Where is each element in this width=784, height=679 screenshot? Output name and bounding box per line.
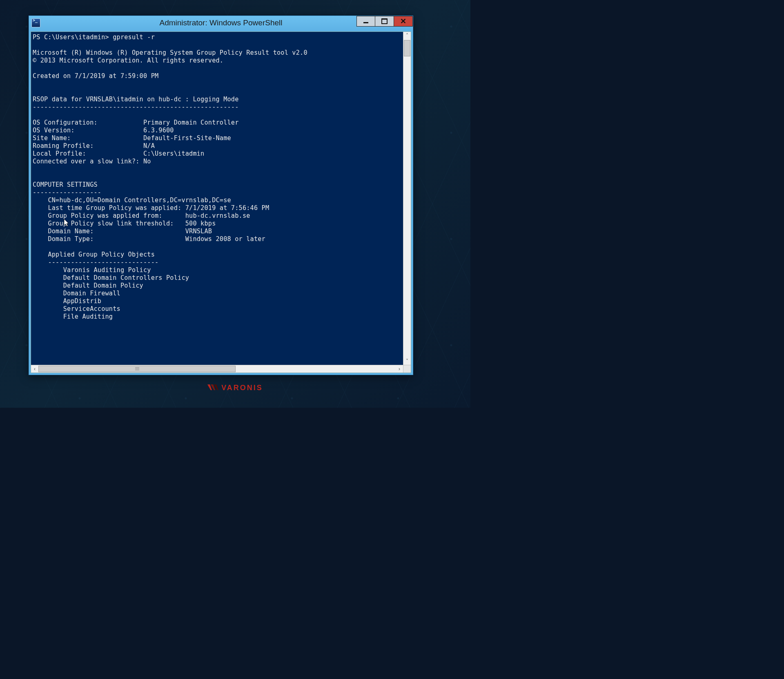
scroll-down-arrow-icon[interactable]: ˅: [403, 357, 411, 365]
vertical-scroll-thumb[interactable]: [404, 40, 410, 56]
gpo-item: Default Domain Policy: [63, 282, 143, 289]
command-text: gpresult -r: [113, 34, 155, 41]
domain-name-label: Domain Name:: [48, 228, 94, 235]
gpo-item: File Auditing: [63, 313, 113, 320]
applied-from-label: Group Policy was applied from:: [48, 212, 162, 219]
horizontal-scroll-thumb[interactable]: [38, 366, 236, 372]
minimize-button[interactable]: [356, 16, 375, 27]
slow-threshold-value: 500 kbps: [185, 220, 216, 227]
os-version-label: OS Version:: [33, 127, 75, 134]
tool-header-1: Microsoft (R) Windows (R) Operating Syst…: [33, 49, 307, 56]
os-config-label: OS Configuration:: [33, 119, 98, 126]
horizontal-scroll-track[interactable]: [38, 365, 396, 373]
applied-gpo-divider: -----------------------------: [48, 259, 158, 266]
varonis-text: VARONIS: [221, 384, 263, 392]
prompt: PS C:\Users\itadmin>: [33, 34, 113, 41]
tool-header-2: © 2013 Microsoft Corporation. All rights…: [33, 57, 223, 64]
scroll-up-arrow-icon[interactable]: ˄: [403, 32, 411, 39]
scroll-right-arrow-icon[interactable]: ›: [396, 365, 403, 373]
resize-grip-icon[interactable]: [403, 365, 411, 373]
site-name-label: Site Name:: [33, 134, 71, 142]
powershell-window: Administrator: Windows PowerShell ✕ PS C…: [29, 16, 413, 375]
client-area: PS C:\Users\itadmin> gpresult -r Microso…: [31, 31, 411, 373]
powershell-icon: [31, 18, 40, 27]
gpo-item: AppDistrib: [63, 297, 101, 305]
rsop-header: RSOP data for VRNSLAB\itadmin on hub-dc …: [33, 96, 239, 103]
domain-type-label: Domain Type:: [48, 235, 94, 243]
scroll-left-arrow-icon[interactable]: ‹: [31, 365, 38, 373]
computer-settings-header: COMPUTER SETTINGS: [33, 181, 98, 188]
roaming-profile-value: N/A: [143, 142, 155, 150]
horizontal-scrollbar[interactable]: ‹ ›: [31, 365, 411, 373]
last-applied: Last time Group Policy was applied: 7/1/…: [48, 204, 269, 212]
slow-link-value: No: [143, 158, 151, 165]
applied-from-value: hub-dc.vrnslab.se: [185, 212, 250, 219]
varonis-logo: VARONIS: [0, 384, 470, 392]
os-version-value: 6.3.9600: [143, 127, 174, 134]
roaming-profile-label: Roaming Profile:: [33, 142, 94, 150]
window-title: Administrator: Windows PowerShell: [29, 16, 413, 30]
window-controls: ✕: [356, 16, 413, 27]
local-profile-value: C:\Users\itadmin: [143, 150, 205, 157]
cn-line: CN=hub-dc,OU=Domain Controllers,DC=vrnsl…: [48, 197, 231, 204]
slow-threshold-label: Group Policy slow link threshold:: [48, 220, 174, 227]
varonis-mark-icon: [207, 384, 219, 392]
domain-name-value: VRNSLAB: [185, 228, 212, 235]
site-name-value: Default-First-Site-Name: [143, 134, 231, 142]
close-button[interactable]: ✕: [394, 16, 413, 27]
window-titlebar[interactable]: Administrator: Windows PowerShell ✕: [29, 16, 413, 30]
rsop-divider: ----------------------------------------…: [33, 103, 239, 111]
created-on: Created on 7/1/2019 at 7:59:00 PM: [33, 72, 158, 80]
vertical-scrollbar[interactable]: ˄ ˅: [403, 32, 411, 365]
gpo-item: Domain Firewall: [63, 290, 120, 297]
console-output[interactable]: PS C:\Users\itadmin> gpresult -r Microso…: [31, 32, 403, 365]
slow-link-label: Connected over a slow link?:: [33, 158, 140, 165]
domain-type-value: Windows 2008 or later: [185, 235, 265, 243]
applied-gpo-header: Applied Group Policy Objects: [48, 251, 155, 258]
os-config-value: Primary Domain Controller: [143, 119, 239, 126]
gpo-item: ServiceAccounts: [63, 305, 120, 313]
gpo-item: Default Domain Controllers Policy: [63, 274, 189, 281]
computer-settings-divider: ------------------: [33, 189, 101, 196]
gpo-item: Varonis Auditing Policy: [63, 266, 151, 274]
local-profile-label: Local Profile:: [33, 150, 86, 157]
maximize-button[interactable]: [375, 16, 394, 27]
